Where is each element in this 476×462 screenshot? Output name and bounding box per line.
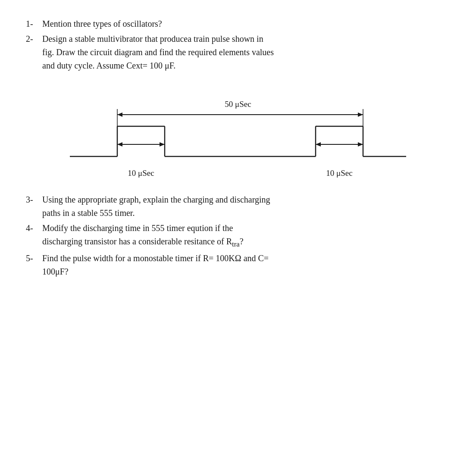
q2-number: 2- <box>26 32 42 46</box>
q5-line2: 100μF? <box>42 267 69 276</box>
question-2: 2- Design a stable multivibrator that pr… <box>26 32 450 72</box>
q1-number: 1- <box>26 17 42 31</box>
q3-text: Using the appropriate graph, explain the… <box>42 193 450 220</box>
q4-sub: tra <box>232 240 240 248</box>
q3-number: 3- <box>26 193 42 206</box>
q5-number: 5- <box>26 252 42 265</box>
svg-marker-19 <box>316 142 321 147</box>
svg-marker-14 <box>358 112 363 117</box>
label-10usec-right: 10 μSec <box>326 169 352 178</box>
svg-marker-16 <box>117 142 122 147</box>
label-10usec-left: 10 μSec <box>128 169 154 178</box>
q1-text: Mention three types of oscillators? <box>42 17 450 31</box>
question-3: 3- Using the appropriate graph, explain … <box>26 193 450 220</box>
q5-line1: Find the pulse width for a monostable ti… <box>42 253 269 263</box>
q4-number: 4- <box>26 222 42 235</box>
svg-marker-17 <box>160 142 165 147</box>
svg-marker-12 <box>117 112 122 117</box>
q2-line1: Design a stable multivibrator that produ… <box>42 34 263 44</box>
question-1: 1- Mention three types of oscillators? <box>26 17 450 31</box>
question-5: 5- Find the pulse width for a monostable… <box>26 252 450 278</box>
q4-line2: discharging transistor has a considerabl… <box>42 237 244 246</box>
q2-line3: and duty cycle. Assume Cext= 100 μF. <box>42 61 175 70</box>
q3-line1: Using the appropriate graph, explain the… <box>42 195 270 204</box>
question-4: 4- Modify the discharging time in 555 ti… <box>26 222 450 250</box>
q5-text: Find the pulse width for a monostable ti… <box>42 252 450 278</box>
questions-container: 1- Mention three types of oscillators? 2… <box>26 17 450 278</box>
svg-marker-20 <box>358 142 363 147</box>
q4-text: Modify the discharging time in 555 timer… <box>42 222 450 250</box>
pulse-diagram-svg: 50 μSec 10 μSec 10 μSec <box>70 85 406 180</box>
q3-line2: paths in a stable 555 timer. <box>42 208 135 218</box>
q2-text: Design a stable multivibrator that produ… <box>42 32 450 72</box>
q2-line2: fig. Draw the circuit diagram and find t… <box>42 47 274 57</box>
pulse-diagram-container: 50 μSec 10 μSec 10 μSec <box>26 85 450 180</box>
label-50usec: 50 μSec <box>225 100 251 109</box>
q4-line1: Modify the discharging time in 555 timer… <box>42 223 233 233</box>
